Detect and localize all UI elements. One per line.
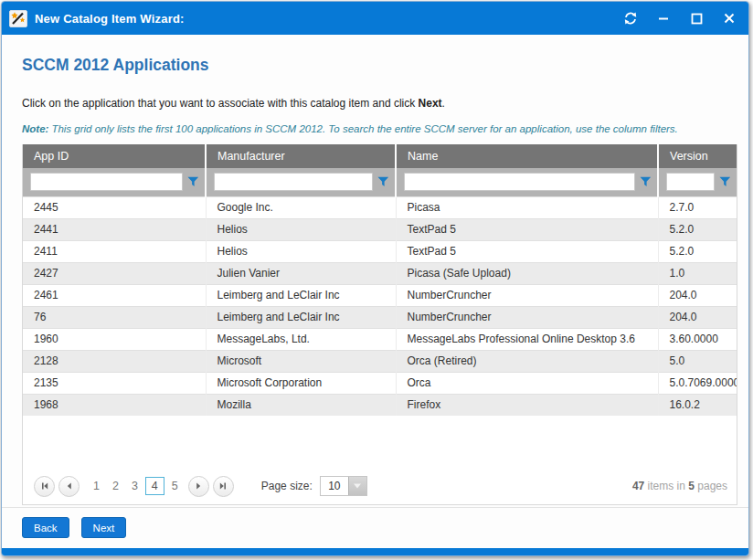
first-page-button[interactable] bbox=[34, 476, 55, 497]
cell-manufacturer: MessageLabs, Ltd. bbox=[206, 328, 396, 350]
cell-version: 5.0.7069.0000 bbox=[658, 372, 737, 394]
page-count: 5 bbox=[688, 480, 695, 492]
cell-name: MessageLabs Professional Online Desktop … bbox=[396, 328, 658, 350]
summary-middle: items in bbox=[644, 480, 688, 492]
cell-name: TextPad 5 bbox=[396, 240, 658, 262]
instruction-text: Click on the application that you want t… bbox=[22, 97, 737, 110]
cell-app-id: 2135 bbox=[23, 372, 206, 394]
cell-manufacturer: Julien Vanier bbox=[206, 262, 396, 284]
instruction-before: Click on the application that you want t… bbox=[22, 97, 419, 110]
cell-manufacturer: Leimberg and LeClair Inc bbox=[206, 306, 396, 328]
cell-name: NumberCruncher bbox=[396, 284, 658, 306]
next-button[interactable]: Next bbox=[81, 517, 127, 538]
wizard-window: New Catalog Item Wizard: bbox=[1, 1, 749, 556]
cell-version: 5.2.0 bbox=[658, 240, 737, 262]
cell-manufacturer: Leimberg and LeClair Inc bbox=[206, 284, 396, 306]
filter-funnel-icon[interactable] bbox=[719, 176, 731, 187]
instruction-after: . bbox=[442, 97, 445, 110]
cell-app-id: 2427 bbox=[23, 262, 206, 284]
table-row[interactable]: 1960MessageLabs, Ltd.MessageLabs Profess… bbox=[23, 328, 737, 350]
filter-funnel-icon[interactable] bbox=[377, 176, 389, 187]
page-number-list: 12345 bbox=[87, 477, 185, 495]
wizard-footer: Back Next bbox=[2, 507, 748, 548]
items-summary: 47 items in 5 pages bbox=[632, 480, 727, 492]
page-number-2[interactable]: 2 bbox=[107, 478, 124, 494]
next-page-button[interactable] bbox=[188, 476, 209, 497]
table-row[interactable]: 2441HeliosTextPad 55.2.0 bbox=[23, 218, 737, 240]
filter-input-app-id[interactable] bbox=[30, 173, 183, 191]
column-header-manufacturer[interactable]: Manufacturer bbox=[206, 144, 396, 168]
grid-empty-area bbox=[23, 416, 737, 468]
cell-version: 5.0 bbox=[658, 350, 737, 372]
cell-name: Orca bbox=[396, 372, 658, 394]
wizard-icon bbox=[9, 10, 27, 27]
back-button[interactable]: Back bbox=[22, 517, 69, 538]
maximize-icon[interactable] bbox=[686, 8, 706, 28]
column-header-version[interactable]: Version bbox=[658, 144, 737, 168]
table-row[interactable]: 2445Google Inc.Picasa2.7.0 bbox=[23, 196, 737, 218]
page-number-5[interactable]: 5 bbox=[166, 478, 184, 494]
page-number-3[interactable]: 3 bbox=[126, 478, 143, 494]
window-controls bbox=[620, 8, 739, 28]
cell-app-id: 2461 bbox=[23, 284, 206, 306]
table-row[interactable]: 2128MicrosoftOrca (Retired)5.0 bbox=[23, 350, 737, 372]
refresh-icon[interactable] bbox=[620, 8, 641, 28]
cell-app-id: 2445 bbox=[23, 196, 206, 218]
note-text: Note:This grid only lists the first 100 … bbox=[22, 123, 737, 134]
table-row[interactable]: 2461Leimberg and LeClair IncNumberCrunch… bbox=[23, 284, 737, 306]
page-size-dropdown[interactable]: 10 bbox=[320, 476, 367, 496]
window-title: New Catalog Item Wizard: bbox=[35, 12, 185, 26]
table-row[interactable]: 2411HeliosTextPad 55.2.0 bbox=[23, 240, 737, 262]
last-page-button[interactable] bbox=[213, 476, 234, 497]
item-count: 47 bbox=[632, 480, 644, 492]
table-row[interactable]: 76Leimberg and LeClair IncNumberCruncher… bbox=[23, 306, 737, 328]
cell-name: Picasa bbox=[396, 196, 658, 218]
cell-version: 1.0 bbox=[658, 262, 737, 284]
cell-name: NumberCruncher bbox=[396, 306, 658, 328]
pager: 12345 Page size: 10 47 items in 5 pages bbox=[23, 468, 737, 504]
previous-page-button[interactable] bbox=[58, 476, 80, 497]
page-number-1[interactable]: 1 bbox=[88, 478, 105, 494]
applications-grid: App IDManufacturerNameVersion 2445Google… bbox=[22, 144, 737, 505]
cell-version: 204.0 bbox=[658, 306, 737, 328]
wizard-content: SCCM 2012 Applications Click on the appl… bbox=[2, 35, 748, 507]
cell-app-id: 76 bbox=[23, 306, 206, 328]
table-row[interactable]: 2427Julien VanierPicasa (Safe Upload)1.0 bbox=[23, 262, 737, 284]
chevron-down-icon[interactable] bbox=[348, 477, 366, 495]
applications-table: App IDManufacturerNameVersion 2445Google… bbox=[23, 144, 737, 416]
cell-app-id: 2411 bbox=[23, 240, 206, 262]
table-row[interactable]: 1968MozillaFirefox16.0.2 bbox=[23, 394, 737, 416]
filter-input-version[interactable] bbox=[666, 173, 715, 191]
cell-manufacturer: Helios bbox=[206, 240, 396, 262]
column-header-app-id[interactable]: App ID bbox=[23, 144, 206, 168]
column-header-name[interactable]: Name bbox=[396, 144, 658, 168]
cell-app-id: 1968 bbox=[23, 394, 206, 416]
cell-version: 2.7.0 bbox=[658, 196, 737, 218]
close-icon[interactable] bbox=[719, 8, 739, 28]
grid-header-row: App IDManufacturerNameVersion bbox=[23, 144, 737, 168]
cell-version: 16.0.2 bbox=[658, 394, 737, 416]
window-bottom-border bbox=[2, 548, 748, 555]
instruction-bold: Next bbox=[419, 97, 442, 110]
cell-manufacturer: Microsoft bbox=[206, 350, 396, 372]
cell-name: Firefox bbox=[396, 394, 658, 416]
filter-funnel-icon[interactable] bbox=[640, 176, 652, 187]
cell-name: Picasa (Safe Upload) bbox=[396, 262, 658, 284]
cell-name: TextPad 5 bbox=[396, 218, 658, 240]
page-number-4[interactable]: 4 bbox=[145, 477, 164, 495]
titlebar[interactable]: New Catalog Item Wizard: bbox=[2, 2, 748, 35]
minimize-icon[interactable] bbox=[653, 8, 673, 28]
cell-app-id: 2128 bbox=[23, 350, 206, 372]
cell-manufacturer: Mozilla bbox=[206, 394, 396, 416]
cell-manufacturer: Microsoft Corporation bbox=[206, 372, 396, 394]
cell-name: Orca (Retired) bbox=[396, 350, 658, 372]
cell-app-id: 1960 bbox=[23, 328, 206, 350]
filter-input-manufacturer[interactable] bbox=[214, 173, 373, 191]
cell-manufacturer: Helios bbox=[206, 218, 396, 240]
filter-funnel-icon[interactable] bbox=[187, 176, 199, 187]
page-title: SCCM 2012 Applications bbox=[22, 56, 737, 75]
filter-input-name[interactable] bbox=[404, 173, 635, 191]
table-row[interactable]: 2135Microsoft CorporationOrca5.0.7069.00… bbox=[23, 372, 737, 394]
cell-version: 5.2.0 bbox=[658, 218, 737, 240]
cell-version: 204.0 bbox=[658, 284, 737, 306]
